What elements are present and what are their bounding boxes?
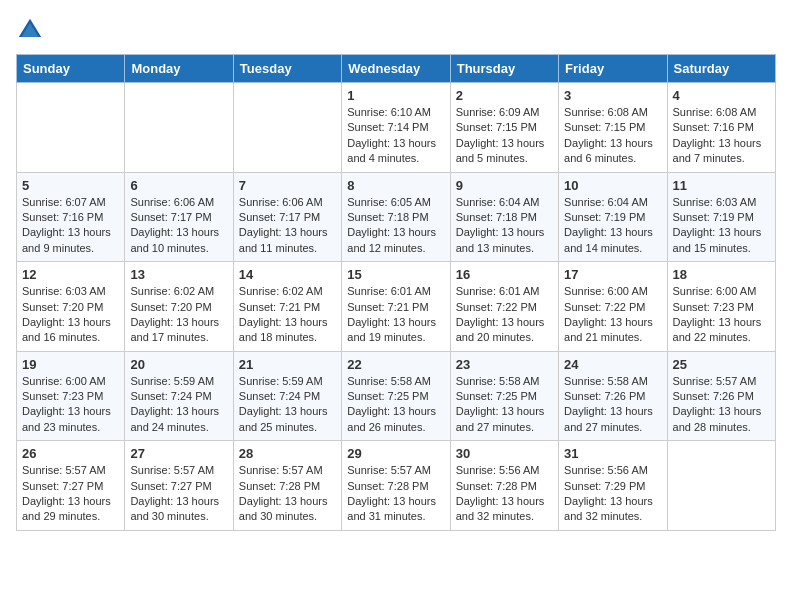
sunrise-label: Sunrise: 6:03 AM xyxy=(673,196,757,208)
day-number: 13 xyxy=(130,267,227,282)
day-number: 17 xyxy=(564,267,661,282)
calendar-cell: 12 Sunrise: 6:03 AM Sunset: 7:20 PM Dayl… xyxy=(17,262,125,352)
day-info: Sunrise: 6:06 AM Sunset: 7:17 PM Dayligh… xyxy=(239,195,336,257)
daylight-label: Daylight: 13 hours and 32 minutes. xyxy=(564,495,653,522)
sunset-label: Sunset: 7:19 PM xyxy=(673,211,754,223)
header-day-saturday: Saturday xyxy=(667,55,775,83)
sunset-label: Sunset: 7:18 PM xyxy=(456,211,537,223)
day-number: 14 xyxy=(239,267,336,282)
sunset-label: Sunset: 7:28 PM xyxy=(456,480,537,492)
sunrise-label: Sunrise: 6:03 AM xyxy=(22,285,106,297)
day-number: 15 xyxy=(347,267,444,282)
calendar-cell: 22 Sunrise: 5:58 AM Sunset: 7:25 PM Dayl… xyxy=(342,351,450,441)
sunset-label: Sunset: 7:23 PM xyxy=(673,301,754,313)
sunset-label: Sunset: 7:26 PM xyxy=(673,390,754,402)
header-day-friday: Friday xyxy=(559,55,667,83)
calendar-cell: 5 Sunrise: 6:07 AM Sunset: 7:16 PM Dayli… xyxy=(17,172,125,262)
week-row-3: 12 Sunrise: 6:03 AM Sunset: 7:20 PM Dayl… xyxy=(17,262,776,352)
day-info: Sunrise: 6:02 AM Sunset: 7:21 PM Dayligh… xyxy=(239,284,336,346)
day-number: 22 xyxy=(347,357,444,372)
sunset-label: Sunset: 7:22 PM xyxy=(564,301,645,313)
day-info: Sunrise: 6:05 AM Sunset: 7:18 PM Dayligh… xyxy=(347,195,444,257)
day-info: Sunrise: 5:56 AM Sunset: 7:29 PM Dayligh… xyxy=(564,463,661,525)
day-info: Sunrise: 5:57 AM Sunset: 7:28 PM Dayligh… xyxy=(239,463,336,525)
day-number: 19 xyxy=(22,357,119,372)
calendar-cell: 15 Sunrise: 6:01 AM Sunset: 7:21 PM Dayl… xyxy=(342,262,450,352)
daylight-label: Daylight: 13 hours and 19 minutes. xyxy=(347,316,436,343)
week-row-5: 26 Sunrise: 5:57 AM Sunset: 7:27 PM Dayl… xyxy=(17,441,776,531)
sunrise-label: Sunrise: 6:08 AM xyxy=(673,106,757,118)
calendar-cell: 26 Sunrise: 5:57 AM Sunset: 7:27 PM Dayl… xyxy=(17,441,125,531)
sunset-label: Sunset: 7:16 PM xyxy=(673,121,754,133)
day-number: 31 xyxy=(564,446,661,461)
sunset-label: Sunset: 7:15 PM xyxy=(456,121,537,133)
daylight-label: Daylight: 13 hours and 26 minutes. xyxy=(347,405,436,432)
day-info: Sunrise: 5:58 AM Sunset: 7:25 PM Dayligh… xyxy=(347,374,444,436)
sunset-label: Sunset: 7:28 PM xyxy=(347,480,428,492)
calendar-cell: 24 Sunrise: 5:58 AM Sunset: 7:26 PM Dayl… xyxy=(559,351,667,441)
day-number: 6 xyxy=(130,178,227,193)
daylight-label: Daylight: 13 hours and 9 minutes. xyxy=(22,226,111,253)
daylight-label: Daylight: 13 hours and 22 minutes. xyxy=(673,316,762,343)
day-info: Sunrise: 6:07 AM Sunset: 7:16 PM Dayligh… xyxy=(22,195,119,257)
day-number: 8 xyxy=(347,178,444,193)
sunset-label: Sunset: 7:20 PM xyxy=(130,301,211,313)
calendar-cell: 14 Sunrise: 6:02 AM Sunset: 7:21 PM Dayl… xyxy=(233,262,341,352)
calendar-cell: 31 Sunrise: 5:56 AM Sunset: 7:29 PM Dayl… xyxy=(559,441,667,531)
calendar-cell: 9 Sunrise: 6:04 AM Sunset: 7:18 PM Dayli… xyxy=(450,172,558,262)
day-number: 2 xyxy=(456,88,553,103)
daylight-label: Daylight: 13 hours and 23 minutes. xyxy=(22,405,111,432)
day-number: 1 xyxy=(347,88,444,103)
sunrise-label: Sunrise: 6:00 AM xyxy=(22,375,106,387)
sunrise-label: Sunrise: 6:04 AM xyxy=(456,196,540,208)
day-info: Sunrise: 6:08 AM Sunset: 7:16 PM Dayligh… xyxy=(673,105,770,167)
calendar-cell: 13 Sunrise: 6:02 AM Sunset: 7:20 PM Dayl… xyxy=(125,262,233,352)
logo xyxy=(16,16,48,44)
day-number: 20 xyxy=(130,357,227,372)
daylight-label: Daylight: 13 hours and 7 minutes. xyxy=(673,137,762,164)
day-info: Sunrise: 6:00 AM Sunset: 7:23 PM Dayligh… xyxy=(22,374,119,436)
daylight-label: Daylight: 13 hours and 30 minutes. xyxy=(239,495,328,522)
day-info: Sunrise: 5:57 AM Sunset: 7:28 PM Dayligh… xyxy=(347,463,444,525)
sunrise-label: Sunrise: 6:08 AM xyxy=(564,106,648,118)
day-info: Sunrise: 6:00 AM Sunset: 7:23 PM Dayligh… xyxy=(673,284,770,346)
sunset-label: Sunset: 7:22 PM xyxy=(456,301,537,313)
day-number: 9 xyxy=(456,178,553,193)
calendar-cell xyxy=(233,83,341,173)
day-number: 4 xyxy=(673,88,770,103)
daylight-label: Daylight: 13 hours and 32 minutes. xyxy=(456,495,545,522)
calendar-cell: 28 Sunrise: 5:57 AM Sunset: 7:28 PM Dayl… xyxy=(233,441,341,531)
calendar-cell: 17 Sunrise: 6:00 AM Sunset: 7:22 PM Dayl… xyxy=(559,262,667,352)
day-number: 30 xyxy=(456,446,553,461)
daylight-label: Daylight: 13 hours and 5 minutes. xyxy=(456,137,545,164)
sunrise-label: Sunrise: 6:02 AM xyxy=(130,285,214,297)
day-info: Sunrise: 6:01 AM Sunset: 7:21 PM Dayligh… xyxy=(347,284,444,346)
sunrise-label: Sunrise: 5:56 AM xyxy=(564,464,648,476)
calendar-cell xyxy=(125,83,233,173)
sunrise-label: Sunrise: 6:05 AM xyxy=(347,196,431,208)
sunrise-label: Sunrise: 5:57 AM xyxy=(239,464,323,476)
sunrise-label: Sunrise: 6:06 AM xyxy=(239,196,323,208)
sunset-label: Sunset: 7:17 PM xyxy=(239,211,320,223)
sunset-label: Sunset: 7:16 PM xyxy=(22,211,103,223)
sunset-label: Sunset: 7:28 PM xyxy=(239,480,320,492)
week-row-1: 1 Sunrise: 6:10 AM Sunset: 7:14 PM Dayli… xyxy=(17,83,776,173)
sunrise-label: Sunrise: 5:59 AM xyxy=(130,375,214,387)
calendar-cell: 27 Sunrise: 5:57 AM Sunset: 7:27 PM Dayl… xyxy=(125,441,233,531)
day-info: Sunrise: 6:08 AM Sunset: 7:15 PM Dayligh… xyxy=(564,105,661,167)
day-number: 12 xyxy=(22,267,119,282)
day-info: Sunrise: 6:00 AM Sunset: 7:22 PM Dayligh… xyxy=(564,284,661,346)
sunrise-label: Sunrise: 5:59 AM xyxy=(239,375,323,387)
calendar-cell: 8 Sunrise: 6:05 AM Sunset: 7:18 PM Dayli… xyxy=(342,172,450,262)
header-day-thursday: Thursday xyxy=(450,55,558,83)
day-number: 26 xyxy=(22,446,119,461)
day-number: 5 xyxy=(22,178,119,193)
sunset-label: Sunset: 7:23 PM xyxy=(22,390,103,402)
calendar-cell: 18 Sunrise: 6:00 AM Sunset: 7:23 PM Dayl… xyxy=(667,262,775,352)
day-info: Sunrise: 5:57 AM Sunset: 7:27 PM Dayligh… xyxy=(22,463,119,525)
sunset-label: Sunset: 7:26 PM xyxy=(564,390,645,402)
header-day-tuesday: Tuesday xyxy=(233,55,341,83)
sunset-label: Sunset: 7:18 PM xyxy=(347,211,428,223)
calendar-cell: 21 Sunrise: 5:59 AM Sunset: 7:24 PM Dayl… xyxy=(233,351,341,441)
sunset-label: Sunset: 7:25 PM xyxy=(456,390,537,402)
